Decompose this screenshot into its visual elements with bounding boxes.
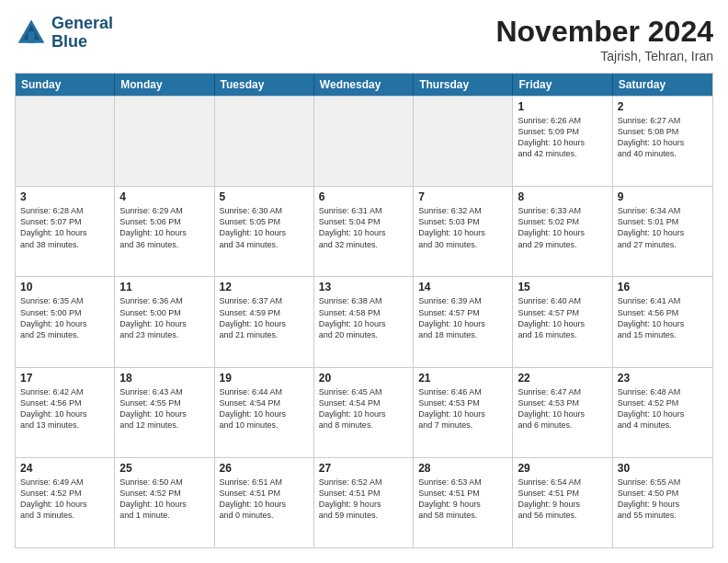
day-number-r2-c5: 15 [518, 281, 607, 293]
cell-r2-c4: 14Sunrise: 6:39 AM Sunset: 4:57 PM Dayli… [414, 277, 513, 366]
day-number-r2-c3: 13 [319, 281, 408, 293]
cell-info-r4-c5: Sunrise: 6:54 AM Sunset: 4:51 PM Dayligh… [518, 477, 607, 522]
title-block: November 2024 Tajrish, Tehran, Iran [495, 15, 713, 63]
cell-info-r1-c5: Sunrise: 6:33 AM Sunset: 5:02 PM Dayligh… [518, 205, 607, 250]
cell-info-r4-c6: Sunrise: 6:55 AM Sunset: 4:50 PM Dayligh… [618, 477, 708, 522]
calendar-row-1: 3Sunrise: 6:28 AM Sunset: 5:07 PM Daylig… [16, 186, 712, 276]
cell-r4-c4: 28Sunrise: 6:53 AM Sunset: 4:51 PM Dayli… [414, 458, 513, 547]
cell-r1-c1: 4Sunrise: 6:29 AM Sunset: 5:06 PM Daylig… [115, 187, 214, 276]
cell-r0-c1 [115, 97, 214, 186]
cell-info-r3-c0: Sunrise: 6:42 AM Sunset: 4:56 PM Dayligh… [20, 386, 109, 431]
cell-info-r4-c3: Sunrise: 6:52 AM Sunset: 4:51 PM Dayligh… [319, 477, 408, 522]
cell-info-r1-c4: Sunrise: 6:32 AM Sunset: 5:03 PM Dayligh… [418, 205, 507, 250]
cell-info-r2-c3: Sunrise: 6:38 AM Sunset: 4:58 PM Dayligh… [319, 295, 408, 340]
cell-r1-c0: 3Sunrise: 6:28 AM Sunset: 5:07 PM Daylig… [16, 187, 115, 276]
cell-info-r3-c1: Sunrise: 6:43 AM Sunset: 4:55 PM Dayligh… [119, 386, 209, 431]
cell-r1-c6: 9Sunrise: 6:34 AM Sunset: 5:01 PM Daylig… [613, 187, 712, 276]
cell-info-r3-c2: Sunrise: 6:44 AM Sunset: 4:54 PM Dayligh… [220, 386, 309, 431]
cell-r1-c2: 5Sunrise: 6:30 AM Sunset: 5:05 PM Daylig… [215, 187, 314, 276]
cell-r0-c2 [215, 97, 314, 186]
day-number-r2-c0: 10 [20, 281, 109, 293]
cell-info-r3-c4: Sunrise: 6:46 AM Sunset: 4:53 PM Dayligh… [418, 386, 507, 431]
cell-info-r0-c6: Sunrise: 6:27 AM Sunset: 5:08 PM Dayligh… [618, 115, 708, 160]
calendar-row-2: 10Sunrise: 6:35 AM Sunset: 5:00 PM Dayli… [16, 276, 712, 366]
cell-r4-c6: 30Sunrise: 6:55 AM Sunset: 4:50 PM Dayli… [613, 458, 712, 547]
header-friday: Friday [513, 74, 612, 96]
day-number-r3-c3: 20 [319, 372, 408, 385]
cell-info-r2-c0: Sunrise: 6:35 AM Sunset: 5:00 PM Dayligh… [20, 295, 109, 340]
day-number-r2-c4: 14 [418, 281, 507, 293]
day-number-r4-c4: 28 [418, 462, 507, 475]
cell-r2-c0: 10Sunrise: 6:35 AM Sunset: 5:00 PM Dayli… [16, 277, 115, 366]
cell-r1-c5: 8Sunrise: 6:33 AM Sunset: 5:02 PM Daylig… [513, 187, 612, 276]
cell-r2-c1: 11Sunrise: 6:36 AM Sunset: 5:00 PM Dayli… [115, 277, 214, 366]
day-number-r2-c2: 12 [220, 281, 309, 293]
cell-info-r4-c0: Sunrise: 6:49 AM Sunset: 4:52 PM Dayligh… [20, 477, 109, 522]
day-number-r1-c1: 4 [119, 190, 209, 203]
day-number-r1-c6: 9 [618, 190, 708, 203]
cell-r2-c5: 15Sunrise: 6:40 AM Sunset: 4:57 PM Dayli… [513, 277, 612, 366]
cell-r2-c2: 12Sunrise: 6:37 AM Sunset: 4:59 PM Dayli… [215, 277, 314, 366]
logo-icon [15, 17, 48, 50]
cell-info-r3-c3: Sunrise: 6:45 AM Sunset: 4:54 PM Dayligh… [319, 386, 408, 431]
day-number-r3-c2: 19 [220, 372, 309, 385]
day-number-r4-c3: 27 [319, 462, 408, 475]
cell-r0-c6: 2Sunrise: 6:27 AM Sunset: 5:08 PM Daylig… [613, 97, 712, 186]
cell-r4-c3: 27Sunrise: 6:52 AM Sunset: 4:51 PM Dayli… [314, 458, 414, 547]
day-number-r3-c5: 22 [518, 372, 607, 385]
day-number-r1-c0: 3 [20, 190, 109, 203]
cell-r3-c5: 22Sunrise: 6:47 AM Sunset: 4:53 PM Dayli… [513, 368, 612, 457]
cell-r3-c6: 23Sunrise: 6:48 AM Sunset: 4:52 PM Dayli… [613, 368, 712, 457]
page: General Blue November 2024 Tajrish, Tehr… [0, 0, 728, 563]
cell-info-r2-c1: Sunrise: 6:36 AM Sunset: 5:00 PM Dayligh… [119, 295, 209, 340]
cell-r1-c4: 7Sunrise: 6:32 AM Sunset: 5:03 PM Daylig… [414, 187, 513, 276]
cell-info-r1-c6: Sunrise: 6:34 AM Sunset: 5:01 PM Dayligh… [618, 205, 708, 250]
cell-info-r1-c3: Sunrise: 6:31 AM Sunset: 5:04 PM Dayligh… [319, 205, 408, 250]
cell-r0-c0 [16, 97, 115, 186]
cell-r3-c3: 20Sunrise: 6:45 AM Sunset: 4:54 PM Dayli… [314, 368, 414, 457]
day-number-r4-c5: 29 [518, 462, 607, 475]
day-number-r2-c6: 16 [618, 281, 708, 293]
calendar-body: 1Sunrise: 6:26 AM Sunset: 5:09 PM Daylig… [16, 96, 712, 547]
cell-r4-c1: 25Sunrise: 6:50 AM Sunset: 4:52 PM Dayli… [115, 458, 214, 547]
day-number-r4-c0: 24 [20, 462, 109, 475]
day-number-r2-c1: 11 [119, 281, 209, 293]
header-saturday: Saturday [613, 74, 712, 96]
subtitle: Tajrish, Tehran, Iran [495, 49, 713, 63]
cell-info-r4-c1: Sunrise: 6:50 AM Sunset: 4:52 PM Dayligh… [119, 477, 209, 522]
header-tuesday: Tuesday [215, 74, 314, 96]
cell-info-r2-c2: Sunrise: 6:37 AM Sunset: 4:59 PM Dayligh… [220, 295, 309, 340]
calendar-row-3: 17Sunrise: 6:42 AM Sunset: 4:56 PM Dayli… [16, 367, 712, 457]
day-number-r0-c5: 1 [518, 100, 607, 113]
cell-r0-c3 [314, 97, 414, 186]
cell-r0-c5: 1Sunrise: 6:26 AM Sunset: 5:09 PM Daylig… [513, 97, 612, 186]
cell-info-r3-c5: Sunrise: 6:47 AM Sunset: 4:53 PM Dayligh… [518, 386, 607, 431]
logo-text: General Blue [51, 15, 113, 52]
day-number-r1-c3: 6 [319, 190, 408, 203]
day-number-r3-c4: 21 [418, 372, 507, 385]
cell-r3-c1: 18Sunrise: 6:43 AM Sunset: 4:55 PM Dayli… [115, 368, 214, 457]
cell-info-r1-c0: Sunrise: 6:28 AM Sunset: 5:07 PM Dayligh… [20, 205, 109, 250]
cell-r3-c2: 19Sunrise: 6:44 AM Sunset: 4:54 PM Dayli… [215, 368, 314, 457]
calendar: Sunday Monday Tuesday Wednesday Thursday… [15, 73, 713, 548]
cell-info-r2-c4: Sunrise: 6:39 AM Sunset: 4:57 PM Dayligh… [418, 295, 507, 340]
header-wednesday: Wednesday [314, 74, 414, 96]
cell-r1-c3: 6Sunrise: 6:31 AM Sunset: 5:04 PM Daylig… [314, 187, 414, 276]
logo: General Blue [15, 15, 113, 52]
cell-info-r2-c6: Sunrise: 6:41 AM Sunset: 4:56 PM Dayligh… [618, 295, 708, 340]
logo-line1: General [51, 15, 113, 33]
cell-r4-c5: 29Sunrise: 6:54 AM Sunset: 4:51 PM Dayli… [513, 458, 612, 547]
cell-info-r2-c5: Sunrise: 6:40 AM Sunset: 4:57 PM Dayligh… [518, 295, 607, 340]
header-thursday: Thursday [414, 74, 513, 96]
cell-info-r0-c5: Sunrise: 6:26 AM Sunset: 5:09 PM Dayligh… [518, 115, 607, 160]
day-number-r4-c1: 25 [119, 462, 209, 475]
day-number-r0-c6: 2 [618, 100, 708, 113]
header-monday: Monday [115, 74, 214, 96]
day-number-r1-c4: 7 [418, 190, 507, 203]
cell-info-r4-c2: Sunrise: 6:51 AM Sunset: 4:51 PM Dayligh… [220, 477, 309, 522]
calendar-row-4: 24Sunrise: 6:49 AM Sunset: 4:52 PM Dayli… [16, 457, 712, 547]
day-number-r3-c6: 23 [618, 372, 708, 385]
calendar-row-0: 1Sunrise: 6:26 AM Sunset: 5:09 PM Daylig… [16, 96, 712, 186]
cell-info-r1-c1: Sunrise: 6:29 AM Sunset: 5:06 PM Dayligh… [119, 205, 209, 250]
cell-r3-c0: 17Sunrise: 6:42 AM Sunset: 4:56 PM Dayli… [16, 368, 115, 457]
